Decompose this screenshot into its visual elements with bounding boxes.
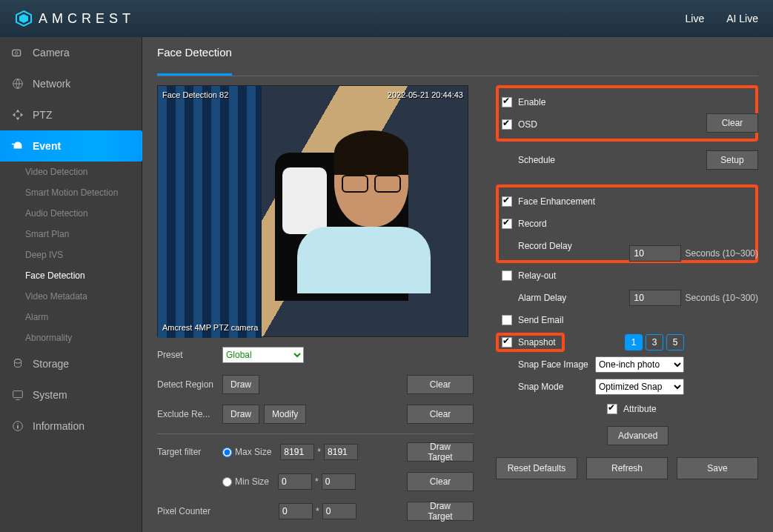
main-content: Face Detection Face Detection 82 2022-05… bbox=[142, 37, 773, 532]
relay-out-label: Relay-out bbox=[518, 270, 556, 281]
pixel-counter-label: Pixel Counter bbox=[157, 506, 222, 516]
sidebar-item-ptz[interactable]: PTZ bbox=[0, 99, 142, 130]
osd-checkbox[interactable] bbox=[502, 119, 512, 130]
header-nav: Live AI Live bbox=[686, 13, 759, 24]
refresh-button[interactable]: Refresh bbox=[586, 457, 668, 479]
svg-rect-2 bbox=[13, 50, 21, 56]
record-label: Record bbox=[518, 219, 547, 229]
info-icon bbox=[10, 419, 25, 433]
attribute-label: Attribute bbox=[623, 404, 657, 414]
max-w-input[interactable] bbox=[280, 444, 314, 460]
camera-icon bbox=[10, 45, 25, 60]
svg-marker-1 bbox=[19, 14, 28, 23]
detect-clear-button[interactable]: Clear bbox=[407, 375, 474, 394]
sidebar-label: Event bbox=[33, 140, 61, 152]
snapshot-checkbox[interactable] bbox=[502, 337, 512, 348]
sidebar-item-information[interactable]: Information bbox=[0, 410, 142, 442]
snap-1-button[interactable]: 1 bbox=[625, 334, 643, 350]
nav-live[interactable]: Live bbox=[686, 13, 705, 24]
preset-select[interactable]: Global bbox=[222, 347, 304, 363]
exclude-draw-button[interactable]: Draw bbox=[222, 405, 259, 424]
svg-point-3 bbox=[15, 52, 18, 55]
exclude-clear-button[interactable]: Clear bbox=[407, 405, 474, 424]
overlay-bottom-left: Amcrest 4MP PTZ camera bbox=[162, 323, 258, 332]
sub-smd[interactable]: Smart Motion Detection bbox=[25, 182, 142, 203]
alarm-delay-input[interactable] bbox=[629, 290, 681, 306]
event-icon bbox=[10, 139, 25, 153]
send-email-checkbox[interactable] bbox=[502, 315, 512, 325]
sub-video-detection[interactable]: Video Detection bbox=[25, 162, 142, 182]
schedule-setup-button[interactable]: Setup bbox=[706, 150, 758, 170]
min-h-input[interactable] bbox=[322, 473, 356, 490]
attribute-checkbox[interactable] bbox=[607, 404, 617, 414]
brand-logo: AMCREST bbox=[15, 10, 135, 27]
sub-abnormality[interactable]: Abnormality bbox=[25, 327, 142, 348]
alarm-delay-suffix: Seconds (10~300) bbox=[686, 293, 758, 303]
sub-audio-detection[interactable]: Audio Detection bbox=[25, 203, 142, 224]
min-w-input[interactable] bbox=[278, 473, 312, 490]
nav-ai-live[interactable]: AI Live bbox=[726, 13, 758, 24]
pc-h-input[interactable] bbox=[322, 503, 356, 519]
overlay-top-left: Face Detection 82 bbox=[162, 90, 228, 99]
snap-face-image-select[interactable]: One-inch photo bbox=[595, 356, 684, 373]
reset-defaults-button[interactable]: Reset Defaults bbox=[496, 457, 577, 479]
video-preview[interactable]: Face Detection 82 2022-05-21 20:44:43 Am… bbox=[157, 85, 468, 337]
record-checkbox[interactable] bbox=[502, 219, 512, 229]
alarm-delay-label: Alarm Delay bbox=[518, 293, 566, 303]
face-enhancement-checkbox[interactable] bbox=[502, 196, 512, 207]
network-icon bbox=[10, 76, 25, 91]
ptz-icon bbox=[10, 107, 25, 122]
enable-label: Enable bbox=[518, 97, 545, 107]
right-column: Enable OSD Clear Schedule Setup bbox=[496, 85, 758, 523]
send-email-label: Send Email bbox=[518, 315, 563, 325]
snap-mode-label: Snap Mode bbox=[518, 382, 563, 392]
min-size-radio[interactable] bbox=[222, 477, 232, 487]
sub-video-metadata[interactable]: Video Metadata bbox=[25, 286, 142, 307]
page-title-wrap: Face Detection bbox=[157, 46, 758, 76]
osd-label: OSD bbox=[518, 119, 537, 130]
brand-text: AMCREST bbox=[39, 11, 135, 27]
sub-deep-ivs[interactable]: Deep IVS bbox=[25, 245, 142, 265]
sidebar-item-network[interactable]: Network bbox=[0, 68, 142, 99]
sidebar-label: Camera bbox=[33, 47, 70, 59]
sub-face-detection[interactable]: Face Detection bbox=[25, 265, 142, 286]
advanced-button[interactable]: Advanced bbox=[607, 426, 669, 445]
sidebar-item-event[interactable]: Event bbox=[0, 130, 142, 162]
detect-draw-button[interactable]: Draw bbox=[222, 375, 259, 394]
snap-3-button[interactable]: 3 bbox=[646, 334, 663, 350]
snapshot-label: Snapshot bbox=[518, 337, 556, 348]
sub-smart-plan[interactable]: Smart Plan bbox=[25, 224, 142, 245]
action-bar: Reset Defaults Refresh Save bbox=[496, 457, 758, 479]
exclude-modify-button[interactable]: Modify bbox=[264, 405, 306, 424]
enable-checkbox[interactable] bbox=[502, 97, 512, 107]
left-column: Face Detection 82 2022-05-21 20:44:43 Am… bbox=[157, 85, 474, 523]
snap-5-button[interactable]: 5 bbox=[666, 334, 684, 350]
pc-w-input[interactable] bbox=[279, 503, 313, 519]
system-icon bbox=[10, 388, 25, 402]
sub-alarm[interactable]: Alarm bbox=[25, 307, 142, 327]
record-delay-input[interactable] bbox=[629, 245, 681, 262]
sidebar-item-storage[interactable]: Storage bbox=[0, 348, 142, 379]
draw-target-max-button[interactable]: Draw Target bbox=[407, 442, 474, 462]
svg-rect-6 bbox=[13, 391, 23, 398]
record-delay-label: Record Delay bbox=[518, 241, 572, 251]
schedule-label: Schedule bbox=[518, 155, 607, 165]
max-h-input[interactable] bbox=[324, 444, 358, 460]
relay-out-checkbox[interactable] bbox=[502, 270, 512, 281]
sidebar-item-system[interactable]: System bbox=[0, 379, 142, 410]
hexagon-icon bbox=[15, 10, 33, 27]
save-button[interactable]: Save bbox=[677, 457, 758, 479]
max-size-radio[interactable] bbox=[222, 448, 232, 457]
exclude-region-label: Exclude Re... bbox=[157, 409, 222, 419]
face-enhancement-label: Face Enhancement bbox=[518, 196, 595, 207]
snap-mode-select[interactable]: Optimized Snap bbox=[595, 379, 684, 395]
overlay-timestamp: 2022-05-21 20:44:43 bbox=[388, 90, 463, 99]
preset-label: Preset bbox=[157, 350, 222, 360]
sidebar: Camera Network PTZ Event Video Detection… bbox=[0, 37, 142, 532]
sidebar-item-camera[interactable]: Camera bbox=[0, 37, 142, 68]
clear-target-button[interactable]: Clear bbox=[407, 472, 474, 491]
osd-clear-button[interactable]: Clear bbox=[706, 113, 758, 133]
max-size-label: Max Size bbox=[235, 447, 271, 457]
min-size-label: Min Size bbox=[235, 476, 269, 487]
draw-target-pc-button[interactable]: Draw Target bbox=[407, 502, 474, 521]
